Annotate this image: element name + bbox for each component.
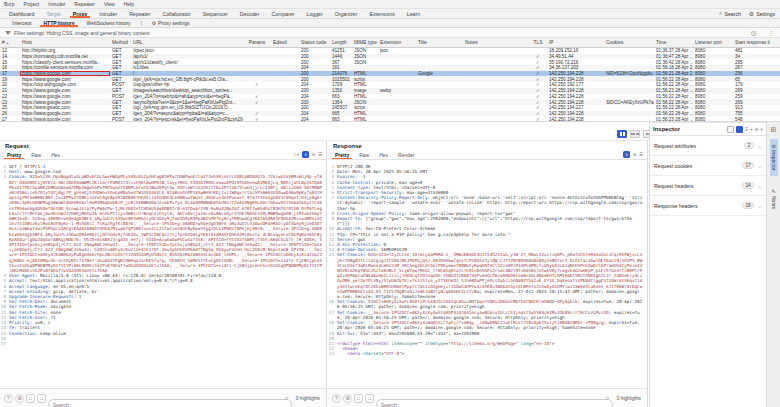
column-header-ip[interactable]: IP xyxy=(547,40,604,45)
cell-method: GET xyxy=(110,105,131,110)
editor-menu-icon[interactable]: ☰ xyxy=(639,152,643,157)
more-options-icon[interactable]: ⋮ xyxy=(768,29,774,36)
newline-toggle-icon[interactable]: \n xyxy=(294,152,299,157)
sub-tab-websockets-history[interactable]: WebSockets history xyxy=(81,19,137,27)
tab-repeater[interactable]: Repeater xyxy=(123,9,156,18)
tab-collaborator[interactable]: Collaborator xyxy=(156,9,196,18)
column-header--[interactable]: #▲ xyxy=(0,40,20,45)
tab-intruder[interactable]: Intruder xyxy=(93,9,123,18)
rail-tab-inspector[interactable]: ≣Inspector xyxy=(770,139,778,176)
column-header-listener-port[interactable]: Listener port xyxy=(693,40,733,45)
column-header-length[interactable]: Length xyxy=(330,40,352,45)
tab-sequencer[interactable]: Sequencer xyxy=(197,9,234,18)
column-header-edited[interactable]: Edited xyxy=(271,40,299,45)
column-header-url[interactable]: URL xyxy=(131,40,243,45)
cell-time: 01:56:22 28 Apr ... xyxy=(654,94,693,99)
filter-bar[interactable]: Filter settings: Hiding CSS, image and g… xyxy=(0,28,780,38)
prettify-active-icon[interactable]: n xyxy=(302,151,309,158)
column-header-status-code[interactable]: Status code xyxy=(299,40,330,45)
tab-extensions[interactable]: Extensions xyxy=(363,9,400,18)
request-tab-raw[interactable]: Raw xyxy=(26,150,46,159)
request-editor[interactable]: 1GET / HTTP/1.12Host: www.google.com3Coo… xyxy=(0,163,326,386)
column-header-host[interactable]: Host xyxy=(20,40,110,45)
column-header-cookies[interactable]: Cookies xyxy=(604,40,654,45)
help-icon[interactable]: ? xyxy=(4,394,13,403)
tab-learn[interactable]: Learn xyxy=(401,9,426,18)
prev-match-button[interactable]: ← xyxy=(26,394,35,403)
response-tab-render[interactable]: Render xyxy=(393,150,419,159)
column-header-tls[interactable]: TLS xyxy=(529,40,547,45)
text-cursor-icon[interactable]: I xyxy=(745,126,748,132)
inspector-settings-icon[interactable]: ⚙ xyxy=(755,126,758,132)
response-tab-hex[interactable]: Hex xyxy=(374,150,393,159)
column-header-notes[interactable]: Notes xyxy=(463,40,529,45)
inspector-section-request-cookies[interactable]: Request cookies17⌄ xyxy=(650,156,766,176)
tab-logger[interactable]: Logger xyxy=(301,9,329,18)
column-header-start-response-ti[interactable]: Start response ti xyxy=(733,40,777,45)
request-tab-hex[interactable]: Hex xyxy=(46,150,65,159)
cell-tls: ✓ xyxy=(529,82,547,87)
column-header-mime-type[interactable]: MIME type xyxy=(352,40,378,45)
wrap-toggle-icon[interactable]: W xyxy=(633,152,636,157)
search-settings-gear-icon[interactable]: ⚙ xyxy=(343,394,352,403)
cell-time: 01:56:22 28 Apr ... xyxy=(654,77,693,82)
column-header-title[interactable]: Title xyxy=(416,40,463,45)
dock-right-icon[interactable] xyxy=(736,126,743,133)
response-tab-pretty[interactable]: Pretty xyxy=(330,150,354,159)
cell-length: 214076 xyxy=(330,71,352,76)
cell-ip: 142.250.194.228 xyxy=(547,71,604,76)
search-button[interactable]: ⌕ Search xyxy=(719,10,741,17)
tab-dashboard[interactable]: Dashboard xyxy=(3,9,40,18)
sub-tab-http-history[interactable]: HTTP history xyxy=(37,19,80,27)
prev-match-button[interactable]: ← xyxy=(354,394,363,403)
menu-item-project[interactable]: Project xyxy=(24,1,40,7)
table-row[interactable]: 21https://www.google.comGET/images/searc… xyxy=(0,88,780,94)
inspector-section-request-headers[interactable]: Request headers14⌄ xyxy=(650,176,766,196)
history-clock-icon[interactable]: ◷ xyxy=(751,29,756,36)
inspector-section-request-attributes[interactable]: Request attributes2⌄ xyxy=(650,136,766,156)
menu-item-repeater[interactable]: Repeater xyxy=(74,1,95,7)
cell-host: https://normandy.cdn.mozilla.net xyxy=(20,54,110,59)
help-icon[interactable]: ? xyxy=(332,394,341,403)
response-search-input[interactable] xyxy=(376,399,613,407)
tab-target[interactable]: Target xyxy=(40,9,66,18)
tab-comparer[interactable]: Comparer xyxy=(265,9,300,18)
http-history-header[interactable]: #▲HostMethodURLParamsEditedStatus codeLe… xyxy=(0,38,780,48)
inspector-header: Inspector I + ⚙ × xyxy=(650,123,766,136)
prettify-active-icon[interactable]: n xyxy=(623,151,630,158)
dock-left-icon[interactable] xyxy=(727,126,734,133)
cell-port: 8080 xyxy=(693,82,733,87)
next-match-button[interactable]: → xyxy=(365,394,374,403)
column-header-time[interactable]: Time xyxy=(654,40,693,45)
panel-grid-icon[interactable]: ⊞ xyxy=(771,126,777,134)
inspector-section-response-headers[interactable]: Response headers18⌄ xyxy=(650,196,766,216)
response-editor[interactable]: 1HTTP/2 200 OK2Date: Mon, 28 Apr 2025 05… xyxy=(328,163,647,386)
cell-tls: ✓ xyxy=(529,60,547,65)
layout-rows-button[interactable] xyxy=(630,130,640,138)
editor-menu-icon[interactable]: ☰ xyxy=(318,152,322,157)
request-search-input[interactable] xyxy=(48,399,292,407)
column-header-params[interactable]: Params xyxy=(243,40,271,45)
layout-columns-button[interactable] xyxy=(617,130,627,138)
request-tab-pretty[interactable]: Pretty xyxy=(2,150,26,159)
next-match-button[interactable]: → xyxy=(37,394,46,403)
wrap-toggle-icon[interactable]: W xyxy=(312,152,315,157)
tab-proxy[interactable]: Proxy xyxy=(67,9,93,18)
column-header-extension[interactable]: Extension xyxy=(378,40,416,45)
menu-item-intruder[interactable]: Intruder xyxy=(48,1,65,7)
column-header-method[interactable]: Method xyxy=(110,40,131,45)
rail-tab-notes[interactable]: ✎Notes xyxy=(770,183,778,214)
add-icon[interactable]: + xyxy=(750,126,753,132)
sub-tab-proxy-settings[interactable]: ⚙Proxy settings xyxy=(146,19,196,27)
tab-organizer[interactable]: Organizer xyxy=(329,9,364,18)
sub-tab-intercept[interactable]: Intercept xyxy=(6,19,37,27)
search-settings-gear-icon[interactable]: ⚙ xyxy=(15,394,24,403)
table-row[interactable]: 12http://httpbin.orgGET/spec.json2004125… xyxy=(0,48,780,54)
menu-item-view[interactable]: View xyxy=(104,1,115,7)
menu-item-help[interactable]: Help xyxy=(124,1,134,7)
response-tab-raw[interactable]: Raw xyxy=(354,150,374,159)
menu-item-burp[interactable]: Burp xyxy=(4,1,15,7)
close-icon[interactable]: × xyxy=(760,126,763,132)
tab-decoder[interactable]: Decoder xyxy=(234,9,266,18)
settings-button[interactable]: ⚙ Settings xyxy=(749,10,775,17)
